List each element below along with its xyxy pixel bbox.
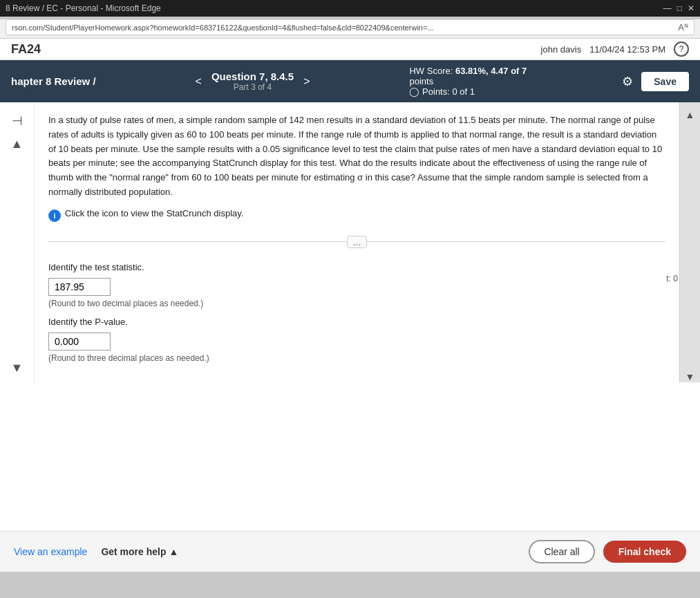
divider-dots: ...: [347, 236, 368, 248]
info-note: i Click the icon to view the StatCrunch …: [48, 208, 665, 222]
right-scroll-down-icon[interactable]: ▼: [685, 371, 695, 382]
question-body: In a study of pulse rates of men, a simp…: [35, 102, 679, 382]
minimize-button[interactable]: —: [663, 3, 672, 13]
left-sidebar: ⊣ ▲ ▼: [0, 102, 35, 382]
footer-bar: View an example Get more help ▲ Clear al…: [0, 531, 700, 572]
sub-question-1: Identify the test statistic. (Round to t…: [48, 262, 665, 308]
right-sidebar: ▲ ▼: [679, 102, 700, 382]
save-button[interactable]: Save: [641, 72, 689, 91]
question-text: In a study of pulse rates of men, a simp…: [48, 113, 665, 200]
browser-chrome: rson.com/Student/PlayerHomework.aspx?hom…: [0, 19, 700, 39]
chapter-nav: hapter 8 Review /: [11, 75, 96, 87]
user-name: john davis: [541, 44, 582, 55]
final-check-button[interactable]: Final check: [603, 541, 686, 563]
divider-line-left: [48, 241, 347, 242]
hw-score-unit: points: [409, 76, 527, 86]
collapse-left-icon[interactable]: ⊣: [12, 113, 23, 129]
question-header-bar: hapter 8 Review / < Question 7, 8.4.5 Pa…: [0, 60, 700, 102]
sub2-input[interactable]: [48, 333, 111, 351]
sub1-label: Identify the test statistic.: [48, 262, 665, 272]
scroll-down-icon[interactable]: ▼: [11, 361, 23, 375]
divider-row: ...: [48, 236, 665, 248]
window-title: 8 Review / EC - Personal - Microsoft Edg…: [6, 3, 161, 13]
question-nav: < Question 7, 8.4.5 Part 3 of 4 >: [191, 71, 314, 92]
content-area: ⊣ ▲ ▼ In a study of pulse rates of men, …: [0, 102, 700, 382]
hw-score-section: HW Score: 63.81%, 4.47 of 7 points ◯ Poi…: [409, 66, 527, 97]
title-bar: 8 Review / EC - Personal - Microsoft Edg…: [0, 0, 700, 17]
hw-score-label: HW Score:: [409, 66, 453, 76]
clear-all-button[interactable]: Clear all: [529, 540, 594, 563]
sub2-label: Identify the P-value.: [48, 317, 665, 327]
prev-question-button[interactable]: <: [191, 74, 206, 89]
close-button[interactable]: ✕: [688, 3, 694, 13]
points-value: 0 of 1: [452, 86, 475, 97]
sub2-round: (Round to three decimal places as needed…: [48, 353, 665, 363]
question-label: Question 7, 8.4.5: [211, 71, 294, 82]
sub-question-2: Identify the P-value. (Round to three de…: [48, 317, 665, 363]
address-bar[interactable]: rson.com/Student/PlayerHomework.aspx?hom…: [6, 19, 694, 35]
maximize-button[interactable]: □: [677, 3, 682, 13]
main-content: ⊣ ▲ ▼ In a study of pulse rates of men, …: [0, 102, 700, 531]
header-right: john davis 11/04/24 12:53 PM ?: [541, 41, 689, 57]
datetime: 11/04/24 12:53 PM: [589, 44, 665, 55]
info-icon[interactable]: i: [48, 209, 61, 222]
right-scroll-up-icon[interactable]: ▲: [685, 109, 695, 120]
chapter-title: hapter 8 Review /: [11, 75, 96, 87]
view-example-link[interactable]: View an example: [14, 546, 87, 557]
points-label-text: Points:: [422, 86, 450, 97]
scroll-up-icon[interactable]: ▲: [11, 137, 23, 151]
footer-left: View an example Get more help ▲: [14, 546, 178, 557]
footer-right: Clear all Final check: [529, 540, 686, 563]
reader-mode-icon[interactable]: Aᴺ: [678, 22, 688, 32]
url-text: rson.com/Student/PlayerHomework.aspx?hom…: [12, 24, 434, 32]
get-more-help-button[interactable]: Get more help ▲: [101, 546, 178, 557]
next-question-button[interactable]: >: [299, 74, 314, 89]
points-label: ◯: [409, 86, 422, 97]
question-sub: Part 3 of 4: [234, 82, 272, 92]
info-note-text: Click the icon to view the StatCrunch di…: [65, 208, 243, 218]
hw-score-value: 63.81%, 4.47 of 7: [455, 66, 527, 76]
app-logo: FA24: [11, 42, 41, 57]
window-controls[interactable]: — □ ✕: [663, 3, 694, 13]
gear-icon[interactable]: ⚙: [622, 74, 633, 89]
divider-line-right: [367, 241, 665, 242]
help-icon[interactable]: ?: [674, 41, 689, 57]
app-header: FA24 john davis 11/04/24 12:53 PM ?: [0, 39, 700, 60]
score-aside: t: 0: [666, 274, 678, 283]
header-actions: ⚙ Save: [622, 72, 689, 91]
sub1-input[interactable]: [48, 278, 111, 296]
sub1-round: (Round to two decimal places as needed.): [48, 299, 665, 308]
